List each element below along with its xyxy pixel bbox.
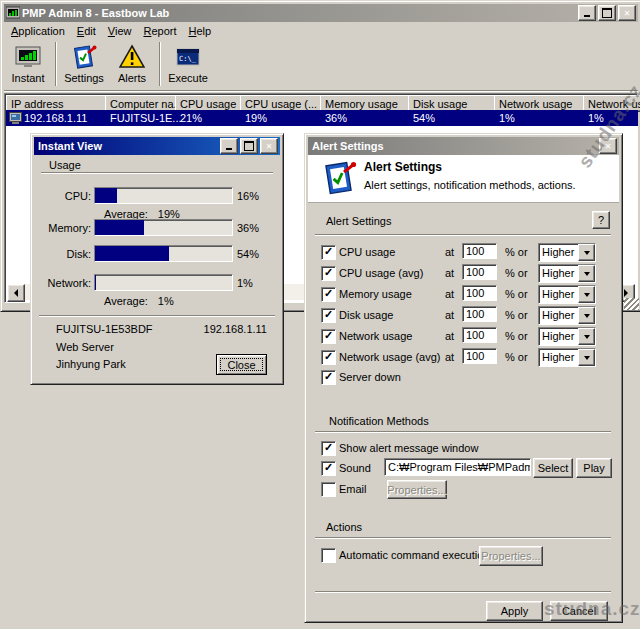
toolbar-execute-label: Execute bbox=[168, 72, 208, 84]
memory-threshold-input[interactable] bbox=[462, 285, 497, 301]
close-button[interactable]: ✕ bbox=[599, 138, 617, 154]
computer-name: FUJITSU-1E53BDF bbox=[56, 323, 153, 335]
disk-mode-dropdown[interactable]: Higher bbox=[538, 306, 596, 325]
cpu-threshold-input[interactable] bbox=[462, 243, 497, 259]
table-row[interactable]: 192.168.1.11 FUJITSU-1E... 21% 19% 36% 5… bbox=[6, 110, 638, 126]
close-button[interactable]: ✕ bbox=[260, 138, 278, 154]
cell-network: 1% bbox=[499, 112, 515, 124]
menu-help[interactable]: Help bbox=[182, 24, 217, 38]
help-button[interactable]: ? bbox=[592, 211, 610, 229]
usage-section-label: Usage bbox=[49, 159, 81, 171]
network-checkbox[interactable]: ✓ bbox=[321, 329, 336, 344]
select-sound-button[interactable]: Select bbox=[533, 458, 573, 478]
instant-view-title: Instant View bbox=[38, 140, 102, 152]
resize-grip[interactable] bbox=[624, 298, 639, 310]
show-alert-label: Show alert message window bbox=[339, 442, 478, 454]
at-label: at bbox=[445, 309, 454, 321]
maximize-button[interactable] bbox=[598, 5, 616, 21]
scroll-left-button[interactable] bbox=[7, 284, 25, 302]
ip-address: 192.168.1.11 bbox=[204, 323, 267, 335]
network-avg-mode-dropdown[interactable]: Higher bbox=[538, 348, 596, 367]
alert-row-cpu-avg: ✓ CPU usage (avg) at % or Higher bbox=[305, 264, 622, 282]
alert-row-network-avg: ✓ Network usage (avg) at % or Higher bbox=[305, 348, 622, 366]
divider bbox=[315, 537, 611, 538]
cell-cpu: 21% bbox=[180, 112, 202, 124]
network-avg-threshold-input[interactable] bbox=[462, 348, 497, 364]
email-label: Email bbox=[339, 483, 367, 495]
menu-report[interactable]: Report bbox=[137, 24, 182, 38]
disk-label: Disk usage bbox=[339, 309, 393, 321]
network-value: 1% bbox=[237, 277, 253, 289]
toolbar-instant-label: Instant bbox=[11, 72, 44, 84]
owner-name: Jinhyung Park bbox=[56, 358, 126, 370]
cancel-button[interactable]: Cancel bbox=[550, 601, 608, 621]
email-properties-button[interactable]: Properties... bbox=[387, 480, 447, 499]
cpu-mode-dropdown[interactable]: Higher bbox=[538, 243, 596, 262]
close-icon: ✕ bbox=[266, 141, 272, 151]
network-average: Average:1% bbox=[104, 295, 174, 307]
close-dialog-button[interactable]: Close bbox=[216, 354, 267, 375]
alert-row-memory: ✓ Memory usage at % or Higher bbox=[305, 285, 622, 303]
computer-icon bbox=[9, 112, 22, 124]
at-label: at bbox=[445, 267, 454, 279]
cpu-avg-threshold-input[interactable] bbox=[462, 264, 497, 280]
menu-edit[interactable]: Edit bbox=[71, 24, 102, 38]
show-alert-checkbox[interactable]: ✓ bbox=[321, 441, 336, 456]
cell-ip: 192.168.1.11 bbox=[24, 112, 87, 124]
divider bbox=[39, 315, 275, 316]
maximize-button[interactable] bbox=[240, 138, 258, 154]
apply-button[interactable]: Apply bbox=[486, 601, 543, 621]
server-down-label: Server down bbox=[339, 371, 401, 383]
cpu-avg-label: CPU usage (avg) bbox=[339, 267, 423, 279]
email-row: ✓ Email Properties... bbox=[305, 480, 622, 498]
toolbar-execute-button[interactable]: C:\_ Execute bbox=[164, 40, 212, 88]
network-mode-dropdown[interactable]: Higher bbox=[538, 327, 596, 346]
cpu-usage-checkbox[interactable]: ✓ bbox=[321, 245, 336, 260]
cpu-avg-checkbox[interactable]: ✓ bbox=[321, 266, 336, 281]
toolbar-alerts-button[interactable]: Alerts bbox=[108, 40, 156, 88]
cpu-avg-mode-dropdown[interactable]: Higher bbox=[538, 264, 596, 283]
email-checkbox[interactable]: ✓ bbox=[321, 482, 336, 497]
alert-settings-icon bbox=[320, 159, 358, 197]
action-properties-button[interactable]: Properties... bbox=[479, 546, 543, 566]
cell-disk: 54% bbox=[413, 112, 435, 124]
cpu-usage-label: CPU usage bbox=[339, 246, 395, 258]
divider bbox=[41, 172, 273, 173]
play-sound-button[interactable]: Play bbox=[576, 458, 612, 478]
minimize-button[interactable] bbox=[220, 138, 238, 154]
check-icon: ✓ bbox=[324, 288, 333, 299]
memory-mode-dropdown[interactable]: Higher bbox=[538, 285, 596, 304]
maximize-icon bbox=[244, 141, 254, 151]
alert-settings-titlebar[interactable]: Alert Settings ✕ bbox=[308, 137, 619, 155]
close-button[interactable]: ✕ bbox=[618, 5, 636, 21]
menu-application[interactable]: Application bbox=[5, 24, 71, 38]
at-label: at bbox=[445, 246, 454, 258]
disk-checkbox[interactable]: ✓ bbox=[321, 308, 336, 323]
toolbar-settings-button[interactable]: Settings bbox=[60, 40, 108, 88]
network-avg-checkbox[interactable]: ✓ bbox=[321, 350, 336, 365]
memory-checkbox[interactable]: ✓ bbox=[321, 287, 336, 302]
toolbar-instant-button[interactable]: Instant bbox=[4, 40, 52, 88]
menu-view[interactable]: View bbox=[102, 24, 138, 38]
network-avg-label: Network usage (avg) bbox=[339, 351, 441, 363]
at-label: at bbox=[445, 330, 454, 342]
server-down-checkbox[interactable]: ✓ bbox=[321, 370, 336, 385]
alert-row-server-down: ✓ Server down bbox=[305, 368, 622, 386]
network-label: Network usage bbox=[339, 330, 412, 342]
alert-row-disk: ✓ Disk usage at % or Higher bbox=[305, 306, 622, 324]
auto-command-checkbox[interactable]: ✓ bbox=[321, 548, 336, 563]
cell-cpu-avg: 19% bbox=[245, 112, 267, 124]
sound-checkbox[interactable]: ✓ bbox=[321, 461, 336, 476]
instant-view-titlebar[interactable]: Instant View ✕ bbox=[34, 137, 280, 155]
main-titlebar[interactable]: PMP Admin 8 - Eastbow Lab ✕ bbox=[4, 4, 638, 22]
memory-usage-bar bbox=[94, 219, 233, 236]
network-threshold-input[interactable] bbox=[462, 327, 497, 343]
clipboard-check-icon bbox=[71, 44, 97, 70]
minimize-button[interactable] bbox=[578, 5, 596, 21]
sound-path-input[interactable] bbox=[384, 458, 531, 476]
check-icon: ✓ bbox=[324, 462, 333, 473]
auto-command-row: ✓ Automatic command execution Properties… bbox=[305, 546, 622, 564]
check-icon: ✓ bbox=[324, 351, 333, 362]
disk-threshold-input[interactable] bbox=[462, 306, 497, 322]
alert-row-cpu: ✓ CPU usage at % or Higher bbox=[305, 243, 622, 261]
